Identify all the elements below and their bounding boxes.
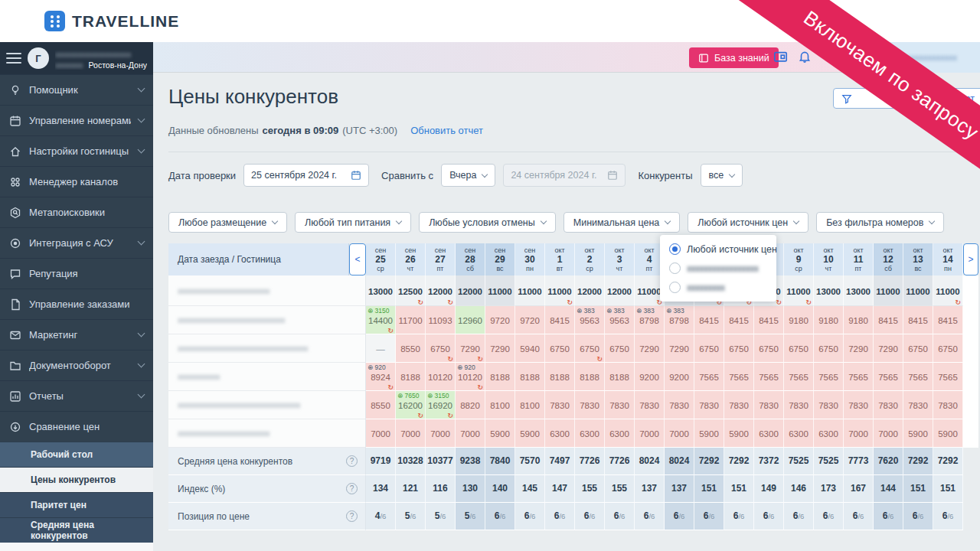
summary-cell: 7620: [874, 448, 903, 475]
bell-icon[interactable]: [798, 50, 812, 67]
chevron-down-icon: [138, 116, 145, 123]
price-cell: 7000: [844, 419, 874, 448]
summary-label-cell: Средняя цена конкурентов?: [168, 448, 366, 475]
sidebar-item-document-flow[interactable]: Документооборот: [0, 350, 153, 380]
display-icon[interactable]: [773, 50, 788, 67]
sidebar-item-reputation[interactable]: Репутация: [0, 258, 153, 289]
sidebar-item-label: Метапоисковики: [29, 207, 144, 218]
price-cell: 8188: [605, 363, 635, 391]
book-icon: [698, 53, 709, 64]
calendar-icon: [607, 170, 618, 181]
page-title: Цены конкурентов: [168, 85, 338, 109]
summary-cell: 167: [844, 475, 874, 503]
scroll-dates-right-button[interactable]: >: [963, 243, 978, 276]
chevron-down-icon: [729, 171, 735, 177]
price-cell: 8188: [396, 363, 426, 391]
summary-cell: 8024: [635, 448, 665, 475]
scroll-dates-left-button[interactable]: <: [349, 243, 366, 276]
competitors-select[interactable]: все: [701, 164, 743, 187]
knowledge-base-label: База знаний: [714, 53, 769, 64]
sidebar-item-reports[interactable]: Отчеты: [0, 380, 153, 411]
price-cell: 7565: [933, 363, 963, 391]
summary-label: Позиция по цене: [178, 511, 250, 522]
sidebar-item-room-management[interactable]: Управление номерами: [0, 105, 153, 135]
filter-label: Минимальная цена: [573, 217, 660, 228]
meal-type-filter-button[interactable]: Любой тип питания: [295, 212, 411, 233]
sidebar-item-label: Управление номерами: [29, 115, 131, 126]
price-cell: 6300: [605, 419, 635, 448]
summary-cell: 6/6: [545, 503, 575, 530]
check-date-input[interactable]: 25 сентября 2024 г.: [243, 164, 369, 187]
chevron-down-icon: [272, 218, 278, 224]
cancellation-filter-button[interactable]: Любые условия отмены: [419, 212, 556, 233]
account-city: Ростов-на-Дону: [89, 60, 148, 70]
price-increase-label: ⊕ 383: [577, 307, 595, 315]
date-column-header: окт13вс: [903, 243, 933, 276]
competitor-row: xxxxxxxxxxx⊕ 9208924↻818810120⊕ 92010120…: [168, 363, 978, 391]
summary-cell: 7726: [575, 448, 605, 475]
price-cell: 5900: [485, 419, 515, 448]
chevron-down-icon: [482, 171, 488, 177]
sidebar-item-channel-manager[interactable]: Менеджер каналов: [0, 166, 153, 197]
room-filter-button[interactable]: Без фильтра номеров: [816, 212, 944, 233]
price-cell: 6750: [754, 334, 784, 363]
price-cell: 9720: [485, 306, 515, 334]
sidebar-item-order-management[interactable]: Управление заказами: [0, 289, 153, 319]
filter-label: Любой источник цен: [697, 217, 788, 228]
help-icon[interactable]: ?: [346, 510, 358, 522]
price-cell: 9200: [635, 363, 665, 391]
price-cell: ⊕ 3839563: [575, 306, 605, 334]
price-cell: 7830: [665, 391, 694, 419]
summary-cell: 151: [903, 475, 933, 503]
compare-with-select[interactable]: Вчера: [441, 164, 495, 187]
price-cell: 7830: [724, 391, 754, 419]
price-cell: 13000: [814, 276, 844, 306]
date-column-header: окт11пт: [844, 243, 874, 276]
sidebar-subitem-avg-competitor-price[interactable]: Средняя цена конкурентов: [0, 517, 153, 543]
calendar-icon: [9, 115, 21, 127]
placement-filter-button[interactable]: Любое размещение: [168, 212, 287, 233]
sidebar-subitem-desktop[interactable]: Рабочий стол: [0, 442, 153, 467]
price-cell: 8415: [724, 306, 754, 334]
hotel-name-cell: xxxxxxxxxxxxxxxxxxxxxxxxxxxxxxxxxx: [168, 334, 366, 363]
summary-cell: 6/6: [694, 503, 724, 530]
hamburger-menu-icon[interactable]: [6, 53, 21, 64]
price-source-option-2[interactable]: xxxxxxxxxxxxxxxxx: [660, 259, 776, 278]
min-price-filter-button[interactable]: Минимальная цена: [564, 212, 681, 233]
hotel-name-cell: xxxxxxxxxxxxxxxxxxxxxxxxxxxxxxxx: [168, 391, 366, 419]
account-header[interactable]: Г xxxxxxxxxxxxxxxxxxxxxx xxxxxxxx Ростов…: [0, 42, 153, 74]
sidebar-subitem-price-parity[interactable]: Паритет цен: [0, 492, 153, 517]
price-cell: 7830: [844, 391, 874, 419]
home-icon: [9, 145, 21, 158]
price-increase-label: ⊕ 383: [636, 307, 655, 315]
summary-cell: 5/6: [426, 503, 456, 530]
price-cell: 7830: [694, 391, 724, 419]
sidebar-item-marketing[interactable]: Маркетинг: [0, 319, 153, 350]
price-cell: 11000: [903, 276, 933, 306]
refresh-report-link[interactable]: Обновить отчет: [410, 125, 483, 136]
price-source-option-any[interactable]: Любой источник цен: [660, 240, 776, 259]
sidebar-item-asu-integration[interactable]: Интеграция с АСУ: [0, 227, 153, 258]
price-cell: 7830: [635, 391, 665, 419]
integration-icon: [9, 237, 21, 249]
sidebar-item-metasearch[interactable]: Метапоисковики: [0, 197, 153, 227]
sidebar-item-price-comparison[interactable]: Сравнение цен: [0, 411, 153, 442]
sidebar-item-assistant[interactable]: Помощник: [0, 74, 153, 105]
summary-cell: 134: [366, 475, 396, 503]
summary-label: Индекс (%): [178, 484, 225, 494]
help-icon[interactable]: ?: [346, 455, 358, 467]
help-icon[interactable]: ?: [346, 483, 358, 494]
summary-cell: 147: [545, 475, 575, 503]
hotel-name-masked: xxxxxxxxxxxxxxxxxxxxxxxxxxxxxxxxxx: [178, 344, 308, 353]
sidebar-item-hotel-settings[interactable]: Настройки гостиницы: [0, 135, 153, 166]
price-cell: ⊕ 92010120↻: [456, 363, 485, 391]
price-source-filter-button[interactable]: Любой источник цен: [688, 212, 808, 233]
price-cell: 8415: [754, 306, 784, 334]
sidebar-subitem-competitor-prices[interactable]: Цены конкурентов: [0, 467, 153, 492]
price-cell: 7565: [903, 363, 933, 391]
knowledge-base-button[interactable]: База знаний: [689, 47, 779, 68]
sidebar-item-label: Репутация: [29, 268, 144, 279]
price-cell: 7830: [575, 391, 605, 419]
price-source-option-3[interactable]: xxxxxxxxx: [660, 278, 776, 297]
price-cell: 5900: [694, 419, 724, 448]
